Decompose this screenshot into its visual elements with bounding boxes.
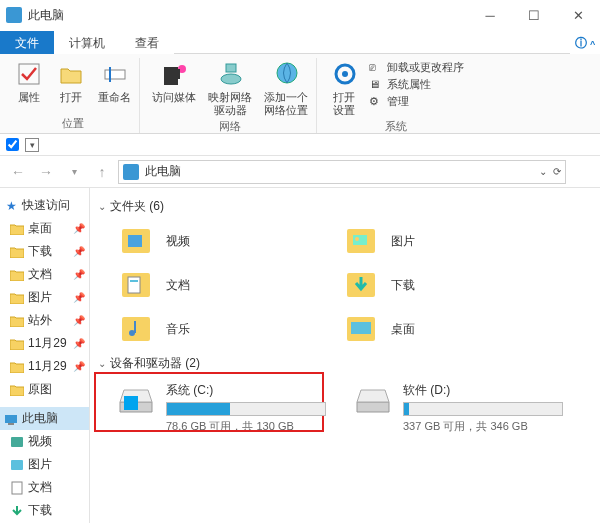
drive-capacity-bar <box>403 402 563 416</box>
title-bar: 此电脑 ─ ☐ ✕ <box>0 0 600 30</box>
drive-capacity-bar <box>166 402 326 416</box>
ribbon-group-system: 打开 设置 ⎚卸载或更改程序 🖥系统属性 ⚙管理 系统 <box>321 58 470 133</box>
svg-rect-5 <box>178 69 180 79</box>
folder-icon <box>10 481 24 495</box>
ribbon: 属性 打开 重命名 位置 访问媒体 映射网络 驱动器 <box>0 54 600 134</box>
manage-button[interactable]: ⚙管理 <box>369 94 464 109</box>
star-icon: ★ <box>4 199 18 213</box>
drive-free-text: 337 GB 可用，共 346 GB <box>403 419 566 434</box>
map-drive-button[interactable]: 映射网络 驱动器 <box>206 58 254 119</box>
folder-label: 文档 <box>166 277 190 294</box>
nav-recent-button[interactable]: ▾ <box>62 160 86 184</box>
network-location-icon <box>272 59 300 89</box>
svg-point-20 <box>355 237 359 241</box>
folder-item[interactable]: 下载 <box>335 263 560 307</box>
drive-icon <box>116 382 156 418</box>
tab-file[interactable]: 文件 <box>0 31 54 54</box>
folder-icon <box>10 383 24 397</box>
svg-point-8 <box>277 63 297 83</box>
system-properties-button[interactable]: 🖥系统属性 <box>369 77 464 92</box>
pc-icon <box>4 412 18 426</box>
svg-rect-14 <box>11 460 23 470</box>
drive-item[interactable]: 系统 (C:) 78.6 GB 可用，共 130 GB <box>110 376 335 440</box>
sidebar-item[interactable]: 站外📌 <box>0 309 89 332</box>
sidebar-item-label: 文档 <box>28 266 52 283</box>
sidebar-item[interactable]: 下载 <box>0 499 89 522</box>
folder-icon <box>10 268 24 282</box>
close-button[interactable]: ✕ <box>556 0 600 30</box>
folder-icon <box>10 504 24 518</box>
folder-icon <box>10 314 24 328</box>
folder-icon <box>10 458 24 472</box>
sidebar-item[interactable]: 11月29📌 <box>0 332 89 355</box>
drive-item[interactable]: 软件 (D:) 337 GB 可用，共 346 GB <box>347 376 572 440</box>
folder-icon <box>10 245 24 259</box>
drives-section-header[interactable]: ⌄ 设备和驱动器 (2) <box>98 351 592 376</box>
rename-button[interactable]: 重命名 <box>96 58 133 106</box>
sidebar-item[interactable]: 图片📌 <box>0 286 89 309</box>
svg-point-6 <box>221 74 241 84</box>
sidebar-item[interactable]: 文档 <box>0 476 89 499</box>
sidebar-item[interactable]: 原图 <box>0 378 89 401</box>
folder-icon <box>114 267 156 303</box>
tab-view[interactable]: 查看 <box>120 31 174 54</box>
search-button[interactable] <box>570 160 594 184</box>
refresh-icon[interactable]: ⟳ <box>553 166 561 177</box>
manage-icon: ⚙ <box>369 95 383 109</box>
sidebar-item[interactable]: 视频 <box>0 430 89 453</box>
folder-item[interactable]: 音乐 <box>110 307 335 351</box>
folder-item[interactable]: 图片 <box>335 219 560 263</box>
select-all-checkbox[interactable] <box>6 138 19 151</box>
folder-item[interactable]: 文档 <box>110 263 335 307</box>
nav-back-button[interactable]: ← <box>6 160 30 184</box>
ribbon-group-location: 属性 打开 重命名 位置 <box>6 58 140 133</box>
folders-section-header[interactable]: ⌄ 文件夹 (6) <box>98 194 592 219</box>
pin-icon: 📌 <box>73 223 85 234</box>
sysprops-icon: 🖥 <box>369 78 383 92</box>
chevron-down-icon: ⌄ <box>98 358 106 369</box>
open-button[interactable]: 打开 <box>54 58 88 106</box>
uninstall-button[interactable]: ⎚卸载或更改程序 <box>369 60 464 75</box>
pin-icon: 📌 <box>73 361 85 372</box>
ribbon-help-button[interactable]: ⓘ ^ <box>570 31 600 54</box>
pin-icon: 📌 <box>73 246 85 257</box>
quick-access-section[interactable]: ★ 快速访问 <box>0 194 89 217</box>
sidebar-item[interactable]: 下载📌 <box>0 240 89 263</box>
folder-item[interactable]: 视频 <box>110 219 335 263</box>
svg-rect-30 <box>124 396 138 410</box>
sidebar-item[interactable]: 文档📌 <box>0 263 89 286</box>
uninstall-icon: ⎚ <box>369 61 383 75</box>
minimize-button[interactable]: ─ <box>468 0 512 30</box>
folder-icon <box>10 435 24 449</box>
nav-forward-button[interactable]: → <box>34 160 58 184</box>
chevron-down-icon[interactable]: ⌄ <box>539 166 547 177</box>
gear-icon <box>330 59 358 89</box>
tab-computer[interactable]: 计算机 <box>54 31 120 54</box>
sidebar-item[interactable]: 11月29📌 <box>0 355 89 378</box>
nav-pane: ★ 快速访问 桌面📌下载📌文档📌图片📌站外📌11月29📌11月29📌原图 此电脑… <box>0 188 90 523</box>
svg-rect-22 <box>128 277 140 293</box>
folder-icon <box>10 222 24 236</box>
app-icon <box>6 7 22 23</box>
access-media-button[interactable]: 访问媒体 <box>150 58 198 106</box>
check-icon <box>16 61 42 87</box>
address-bar[interactable]: 此电脑 ⌄ ⟳ <box>118 160 566 184</box>
svg-rect-1 <box>105 70 125 79</box>
addon-dropdown[interactable]: ▾ <box>25 138 39 152</box>
properties-button[interactable]: 属性 <box>12 58 46 106</box>
folder-item[interactable]: 桌面 <box>335 307 560 351</box>
sidebar-item[interactable]: 图片 <box>0 453 89 476</box>
drive-free-text: 78.6 GB 可用，共 130 GB <box>166 419 329 434</box>
add-network-location-button[interactable]: 添加一个 网络位置 <box>262 58 310 119</box>
address-text: 此电脑 <box>145 163 533 180</box>
nav-up-button[interactable]: ↑ <box>90 160 114 184</box>
this-pc-section[interactable]: 此电脑 <box>0 407 89 430</box>
maximize-button[interactable]: ☐ <box>512 0 556 30</box>
pin-icon: 📌 <box>73 292 85 303</box>
folder-icon <box>114 311 156 347</box>
map-drive-icon <box>216 59 244 89</box>
sidebar-item[interactable]: 桌面📌 <box>0 217 89 240</box>
svg-rect-29 <box>351 322 371 334</box>
chevron-down-icon: ⌄ <box>98 201 106 212</box>
open-settings-button[interactable]: 打开 设置 <box>327 58 361 119</box>
